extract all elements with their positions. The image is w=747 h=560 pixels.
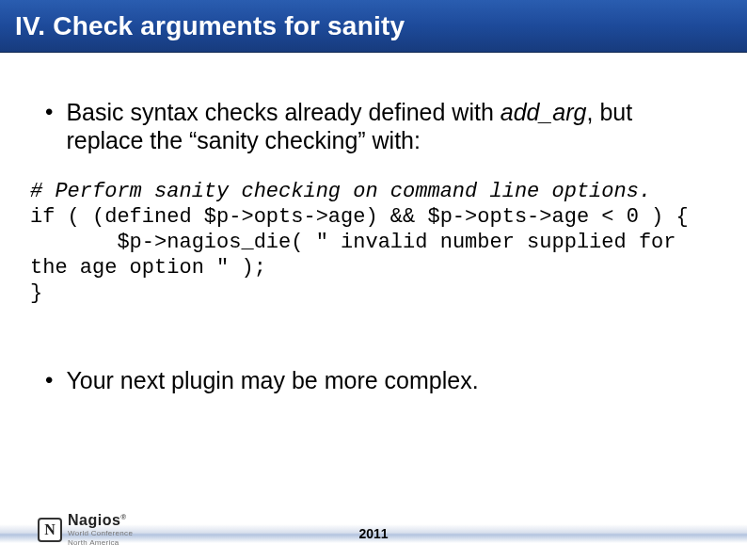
code-line-3: } [30,281,42,305]
bullet-2-text: Your next plugin may be more complex. [66,366,478,394]
bullet-dot: • [45,366,53,394]
code-line-1: if ( (defined $p->opts->age) && $p->opts… [30,205,689,229]
title-bar: IV. Check arguments for sanity [0,0,747,53]
bullet-2: • Your next plugin may be more complex. [36,366,711,394]
bullet-1-emph: add_arg [501,99,587,125]
nagios-logo-text: Nagios® World Conference North America [68,513,133,547]
slide-title: IV. Check arguments for sanity [15,11,405,41]
code-comment: # Perform sanity checking on command lin… [30,180,651,203]
bullet-1-prefix: Basic syntax checks already defined with [66,99,500,125]
bullet-dot: • [45,98,53,126]
bullet-1-text: Basic syntax checks already defined with… [66,98,711,154]
code-line-2: $p->nagios_die( " invalid number supplie… [30,231,689,280]
logo-sub2: North America [68,539,133,547]
slide-footer: N Nagios® World Conference North America… [0,507,747,560]
footer-year: 2011 [358,526,388,541]
logo-name: Nagios® [68,513,133,528]
nagios-logo-mark: N [38,518,62,542]
logo-sub1: World Conference [68,530,133,537]
bullet-1: • Basic syntax checks already defined wi… [36,98,711,154]
slide: IV. Check arguments for sanity • Basic s… [0,0,747,560]
nagios-logo: N Nagios® World Conference North America [38,513,133,547]
slide-content: • Basic syntax checks already defined wi… [0,53,747,394]
registered-mark: ® [120,513,126,521]
code-block: # Perform sanity checking on command lin… [30,179,711,306]
